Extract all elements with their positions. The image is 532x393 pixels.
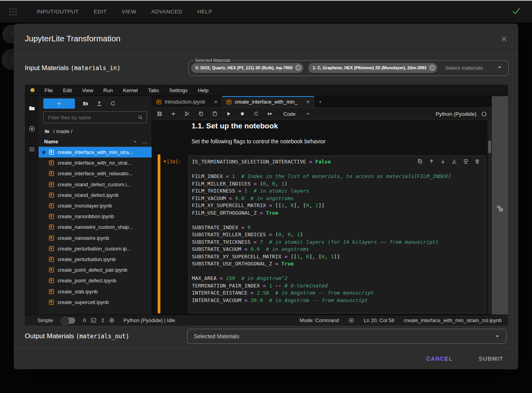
file-list-item[interactable]: create_perturbation.ipynb <box>39 254 152 265</box>
dialog-title: JupyterLite Transformation <box>25 34 121 43</box>
refresh-icon[interactable] <box>110 100 116 107</box>
file-list-item[interactable]: create_island_defect.ipynb <box>39 190 152 200</box>
close-icon[interactable] <box>500 35 508 43</box>
output-dropdown-label: Selected Materials <box>194 333 239 339</box>
cursor-position[interactable]: Ln 20, Col 58 <box>364 317 394 323</box>
materials-select-placeholder[interactable]: Select materials <box>445 65 483 71</box>
active-cell-indicator[interactable] <box>158 154 160 313</box>
app-menu-item-advanced[interactable]: ADVANCED <box>144 6 190 18</box>
file-list-item[interactable]: create_nanoribbon.ipynb <box>39 211 152 222</box>
chip-remove-icon[interactable]: × <box>429 65 435 71</box>
table-of-contents-icon[interactable] <box>28 146 35 153</box>
stop-icon[interactable] <box>240 111 245 117</box>
command-mode-indicator[interactable]: Mode: Command <box>299 317 339 323</box>
delete-cell-icon[interactable] <box>474 159 480 164</box>
file-filter-input[interactable] <box>47 114 138 121</box>
app-menu-item-input-output[interactable]: INPUT/OUTPUT <box>29 6 86 18</box>
file-list-item[interactable]: create_slab.ipynb <box>39 286 152 297</box>
file-list-item[interactable]: create_point_defect_pair.ipynb <box>39 265 152 275</box>
save-icon[interactable] <box>157 111 162 117</box>
output-materials-dropdown[interactable]: Selected Materials <box>187 329 506 344</box>
file-list-item[interactable]: create_interface_with_relaxatio... <box>39 168 152 179</box>
insert-cell-above-icon[interactable] <box>452 159 457 164</box>
jupyter-menu-view[interactable]: View <box>77 87 98 93</box>
terminal-icon[interactable] <box>91 317 97 323</box>
cell-type-dropdown[interactable]: Code <box>283 111 311 117</box>
jupyter-menu-file[interactable]: File <box>39 87 58 93</box>
terminals-count[interactable]: 0 <box>83 317 86 323</box>
material-chip[interactable]: 1: C, Graphene, HEX (P6/mmm) 2D (Monolay… <box>308 63 437 73</box>
file-browser-icon[interactable] <box>28 105 35 112</box>
material-chip[interactable]: 0: SiO2, Quartz, HEX (P3_121) 3D (Bulk),… <box>191 63 303 73</box>
app-menu-item-edit[interactable]: EDIT <box>86 6 114 18</box>
file-name: create_nanowire.ipynb <box>58 235 109 241</box>
upload-icon[interactable] <box>96 100 102 107</box>
property-inspector-gears-icon[interactable] <box>496 102 504 315</box>
copy-icon[interactable] <box>198 111 204 117</box>
app-logo-icon[interactable] <box>8 7 18 17</box>
restart-kernel-icon[interactable] <box>253 111 259 117</box>
jupyter-menu-help[interactable]: Help <box>193 87 214 93</box>
run-all-icon[interactable] <box>267 111 273 117</box>
tab-create-interface-with-min-[interactable]: create_interface_with_min_✕ <box>222 96 314 108</box>
file-list-header[interactable]: Name … <box>39 137 152 147</box>
tab-close-icon[interactable]: ✕ <box>306 99 310 105</box>
file-list-item[interactable]: create_nanowire.ipynb <box>39 233 152 243</box>
jupyter-menu-tabs[interactable]: Tabs <box>143 87 164 93</box>
file-list-item[interactable]: create_nanowire_custom_shap... <box>39 222 152 232</box>
submit-button[interactable]: SUBMIT <box>475 352 507 365</box>
tab-close-icon[interactable]: ✕ <box>214 99 218 105</box>
file-list-item[interactable]: create_interface_with_min_stra... <box>39 147 152 158</box>
new-tab-button[interactable]: + <box>314 96 326 108</box>
code-cell-editor[interactable]: IS_TERMINATIONS_SELECTION_INTERACTIVE = … <box>188 156 486 313</box>
code-line: SUBSTRATE_THICKNESS = 7 # in atomic laye… <box>192 239 482 246</box>
file-list-item[interactable]: create_perturbation_custom.ip... <box>39 243 152 254</box>
move-cell-up-icon[interactable] <box>429 159 434 164</box>
jupyter-menu-run[interactable]: Run <box>98 87 118 93</box>
tab-introduction-ipynb[interactable]: Introduction.ipynb✕ <box>152 96 222 108</box>
new-launcher-button[interactable] <box>43 98 75 109</box>
kernel-chip-icon[interactable] <box>109 317 115 323</box>
insert-cell-below-icon[interactable] <box>463 159 469 164</box>
name-column-header[interactable]: Name <box>44 139 58 145</box>
file-list-item[interactable]: create_interface_with_no_strai... <box>39 158 152 168</box>
vertical-scrollbar[interactable] <box>487 120 492 315</box>
paste-icon[interactable] <box>212 111 218 117</box>
kernels-count[interactable]: 2 <box>101 317 104 323</box>
home-folder-icon[interactable] <box>44 128 50 134</box>
input-materials-label-text: Input Materials <box>25 64 71 72</box>
kernel-name[interactable]: Python (Pyodide) <box>435 111 476 117</box>
file-list-item[interactable]: create_island_defect_custom.i... <box>39 179 152 190</box>
file-list-item[interactable]: create_monolayer.ipynb <box>39 200 152 211</box>
jupyter-menu-settings[interactable]: Settings <box>164 87 193 93</box>
file-browser-toolbar <box>39 96 152 111</box>
cancel-button[interactable]: CANCEL <box>422 352 457 365</box>
notebook-file-icon <box>48 149 54 155</box>
duplicate-cell-icon[interactable] <box>417 159 423 164</box>
breadcrumb-path[interactable]: / made / <box>53 128 73 134</box>
kernel-status-icon[interactable] <box>481 111 487 117</box>
move-cell-down-icon[interactable] <box>440 159 446 164</box>
file-list-item[interactable]: create_supercell.ipynb <box>39 297 152 308</box>
new-folder-icon[interactable] <box>82 100 89 107</box>
more-columns-indicator[interactable]: … <box>142 139 148 145</box>
cut-icon[interactable] <box>184 111 190 117</box>
running-kernels-icon[interactable] <box>28 125 35 132</box>
app-menu-item-view[interactable]: VIEW <box>114 6 144 18</box>
chip-remove-icon[interactable]: × <box>295 65 301 71</box>
scrollbar-thumb[interactable] <box>488 141 491 153</box>
active-file-name[interactable]: create_interface_with_min_strain_zsl.ipy… <box>404 317 502 323</box>
jupyter-menu-kernel[interactable]: Kernel <box>118 87 143 93</box>
insert-cell-icon[interactable] <box>171 111 176 117</box>
kernel-status-text[interactable]: Python (Pyodide) | Idle <box>123 317 175 323</box>
toggle-knob <box>61 317 69 325</box>
run-icon[interactable] <box>226 111 231 117</box>
file-list-item[interactable]: create_point_defect.ipynb <box>39 275 152 286</box>
jupyter-menu-edit[interactable]: Edit <box>58 87 77 93</box>
notebook-file-icon <box>226 99 232 105</box>
output-materials-label: Output Materials (materials_out) <box>25 332 129 340</box>
simple-mode-toggle[interactable] <box>61 317 75 324</box>
materials-dropdown-caret-icon[interactable] <box>497 65 502 70</box>
notifications-icon[interactable] <box>348 317 354 323</box>
app-menu-item-help[interactable]: HELP <box>190 6 220 18</box>
